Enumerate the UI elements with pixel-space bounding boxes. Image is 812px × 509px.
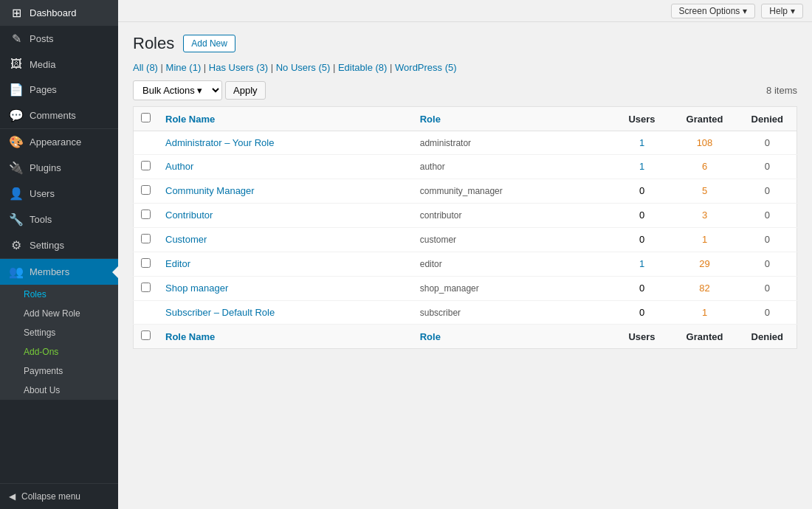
collapse-menu-button[interactable]: ◀ Collapse menu xyxy=(0,483,118,509)
row-checkbox[interactable] xyxy=(141,258,151,268)
role-name-link[interactable]: Editor xyxy=(165,258,190,269)
users-cell: 0 xyxy=(613,228,672,252)
filter-no-users[interactable]: No Users (5) xyxy=(276,62,331,73)
sub-menu-item-about-us[interactable]: About Us xyxy=(0,381,118,400)
role-name-link[interactable]: Contributor xyxy=(165,210,213,221)
page-title: Roles xyxy=(133,34,174,53)
row-checkbox[interactable] xyxy=(141,283,151,292)
row-checkbox[interactable] xyxy=(141,161,151,170)
users-cell: 0 xyxy=(613,277,672,301)
granted-value: 82 xyxy=(699,283,709,294)
denied-value: 0 xyxy=(765,185,770,196)
tools-icon: 🔧 xyxy=(9,212,24,226)
role-slug: contributor xyxy=(420,210,462,221)
users-link[interactable]: 1 xyxy=(639,258,644,269)
sub-menu-item-add-new-role[interactable]: Add New Role xyxy=(0,304,118,323)
sidebar-item-label: Dashboard xyxy=(30,7,77,18)
sidebar: ⊞ Dashboard ✎ Posts 🖼 Media 📄 Pages 💬 Co… xyxy=(0,0,118,509)
add-new-button[interactable]: Add New xyxy=(183,35,235,52)
denied-cell: 0 xyxy=(738,179,797,204)
sub-menu-item-roles[interactable]: Roles xyxy=(0,285,118,304)
sidebar-item-media[interactable]: 🖼 Media xyxy=(0,52,118,77)
table-footer-row: Role Name Role Users Granted Denied xyxy=(134,325,797,349)
sidebar-item-settings[interactable]: ⚙ Settings xyxy=(0,232,118,258)
filter-editable[interactable]: Editable (8) xyxy=(338,62,387,73)
role-slug-cell: subscriber xyxy=(413,301,613,325)
denied-value: 0 xyxy=(765,234,770,245)
sidebar-item-comments[interactable]: 💬 Comments xyxy=(0,103,118,128)
role-name-link[interactable]: Customer xyxy=(165,234,207,245)
row-checkbox[interactable] xyxy=(141,234,151,243)
role-slug-cell: editor xyxy=(413,252,613,277)
filter-mine[interactable]: Mine (1) xyxy=(166,62,202,73)
sub-menu-item-settings[interactable]: Settings xyxy=(0,323,118,342)
items-count: 8 items xyxy=(766,85,797,96)
users-cell: 1 xyxy=(613,131,672,155)
role-name-cell: Customer xyxy=(158,228,413,252)
bulk-actions-select[interactable]: Bulk Actions ▾ xyxy=(133,80,222,100)
apply-button[interactable]: Apply xyxy=(225,81,266,100)
table-row: Subscriber – Default Rolesubscriber010 xyxy=(134,301,797,325)
sidebar-item-label: Settings xyxy=(30,240,64,251)
filter-wordpress[interactable]: WordPress (5) xyxy=(395,62,457,73)
sidebar-item-label: Tools xyxy=(30,214,52,225)
sidebar-item-dashboard[interactable]: ⊞ Dashboard xyxy=(0,0,118,26)
granted-cell: 1 xyxy=(672,228,738,252)
role-slug: administrator xyxy=(420,138,471,148)
toolbar: Bulk Actions ▾ Apply 8 items xyxy=(133,80,797,100)
role-name-link[interactable]: Subscriber – Default Role xyxy=(165,307,275,318)
topbar: Screen Options ▾ Help ▾ xyxy=(118,0,812,22)
col-users-footer: Users xyxy=(613,325,672,349)
col-role-name-footer[interactable]: Role Name xyxy=(158,325,413,349)
screen-options-button[interactable]: Screen Options ▾ xyxy=(671,4,756,18)
roles-table: Role Name Role Users Granted Denied Admi… xyxy=(133,106,797,349)
granted-cell: 108 xyxy=(672,131,738,155)
sidebar-item-appearance[interactable]: 🎨 Appearance xyxy=(0,129,118,155)
select-all-checkbox[interactable] xyxy=(141,113,151,122)
settings-icon: ⚙ xyxy=(9,238,24,252)
denied-cell: 0 xyxy=(738,228,797,252)
role-slug-cell: customer xyxy=(413,228,613,252)
table-header-row: Role Name Role Users Granted Denied xyxy=(134,107,797,131)
select-all-footer-checkbox[interactable] xyxy=(141,330,151,340)
help-button[interactable]: Help ▾ xyxy=(761,4,803,18)
role-name-link[interactable]: Community Manager xyxy=(165,185,255,196)
sidebar-item-users[interactable]: 👤 Users xyxy=(0,181,118,207)
role-name-link[interactable]: Shop manager xyxy=(165,283,228,294)
granted-value: 108 xyxy=(697,137,713,148)
content-area: Roles Add New All (8) | Mine (1) | Has U… xyxy=(118,22,812,509)
sidebar-item-tools[interactable]: 🔧 Tools xyxy=(0,207,118,232)
row-checkbox[interactable] xyxy=(141,210,151,219)
col-role-header[interactable]: Role xyxy=(413,107,613,131)
col-role-footer[interactable]: Role xyxy=(413,325,613,349)
sidebar-item-plugins[interactable]: 🔌 Plugins xyxy=(0,155,118,181)
users-link[interactable]: 1 xyxy=(639,137,644,148)
sidebar-item-posts[interactable]: ✎ Posts xyxy=(0,26,118,52)
table-row: Editoreditor1290 xyxy=(134,252,797,277)
filter-all[interactable]: All (8) xyxy=(133,62,158,73)
row-checkbox-cell xyxy=(134,179,159,204)
sidebar-item-members[interactable]: 👥 Members xyxy=(0,259,118,285)
granted-value: 6 xyxy=(702,161,707,172)
users-cell: 0 xyxy=(613,179,672,204)
role-name-link[interactable]: Author xyxy=(165,161,193,172)
col-role-name-header[interactable]: Role Name xyxy=(158,107,413,131)
page-header: Roles Add New xyxy=(133,34,797,53)
role-name-link[interactable]: Administrator – Your Role xyxy=(165,137,274,148)
table-row: Community Managercommunity_manager050 xyxy=(134,179,797,204)
users-link[interactable]: 1 xyxy=(639,161,644,172)
denied-cell: 0 xyxy=(738,252,797,277)
sidebar-item-pages[interactable]: 📄 Pages xyxy=(0,77,118,103)
row-checkbox[interactable] xyxy=(141,185,151,195)
col-granted-header: Granted xyxy=(672,107,738,131)
posts-icon: ✎ xyxy=(9,32,24,46)
granted-cell: 6 xyxy=(672,155,738,179)
role-slug-cell: administrator xyxy=(413,131,613,155)
filter-has-users[interactable]: Has Users (3) xyxy=(209,62,268,73)
users-cell: 0 xyxy=(613,301,672,325)
sub-menu-item-add-ons[interactable]: Add-Ons xyxy=(0,342,118,361)
denied-value: 0 xyxy=(765,283,770,294)
row-checkbox-cell xyxy=(134,277,159,301)
screen-options-label: Screen Options xyxy=(679,6,740,16)
sub-menu-item-payments[interactable]: Payments xyxy=(0,361,118,381)
